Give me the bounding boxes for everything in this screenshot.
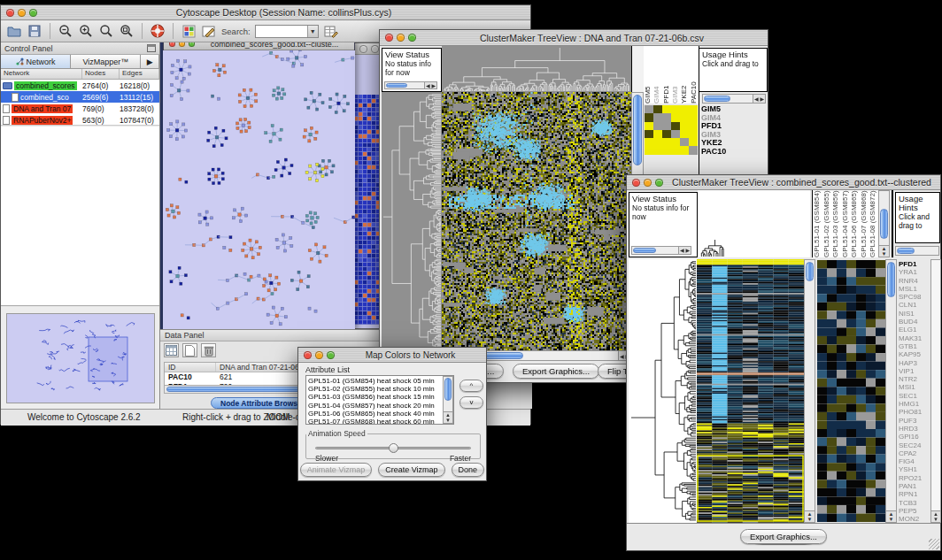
zoom-cell[interactable] (680, 122, 689, 130)
minimize-button[interactable] (18, 9, 26, 17)
vizmapper-icon[interactable] (181, 23, 197, 39)
close-button[interactable] (632, 179, 640, 187)
zoom-cell[interactable] (671, 138, 680, 146)
float-panel-icon[interactable] (147, 44, 156, 52)
zoom-icon[interactable] (189, 42, 195, 47)
search-dropdown-icon[interactable]: ▼ (307, 26, 318, 37)
save-icon[interactable] (27, 23, 42, 39)
attribute-item[interactable]: GPL51-04 (GSM857) heat shock 20 min (308, 402, 452, 410)
annotation-icon[interactable] (201, 23, 217, 39)
attribute-item[interactable]: GPL51-01 (GSM854) heat shock 05 min (308, 377, 452, 385)
zoom-cell[interactable] (645, 122, 653, 130)
global-heatmap[interactable] (697, 259, 804, 523)
help-lifering-icon[interactable] (150, 23, 166, 39)
delete-attribute-icon[interactable] (201, 343, 216, 357)
export-graphics-button[interactable]: Export Graphics... (740, 529, 827, 544)
zoom-cell[interactable] (662, 113, 671, 121)
dialog-titlebar[interactable]: Map Colors to Network (298, 348, 486, 363)
new-attribute-icon[interactable] (182, 343, 197, 357)
attribute-item[interactable]: GPL51-07 (GSM868) heat shock 60 min (308, 418, 452, 425)
network-row[interactable]: combined_sco2569(6)13112(15) (1, 91, 159, 103)
move-down-button[interactable]: v (459, 396, 483, 409)
slider-thumb[interactable] (389, 443, 398, 453)
minimize-button[interactable] (397, 34, 405, 42)
tab-network[interactable]: Network (1, 55, 71, 68)
zoom-cell[interactable] (653, 146, 662, 154)
zoom-cell[interactable] (653, 138, 662, 146)
export-graphics-button[interactable]: Export Graphics... (513, 364, 599, 379)
zoom-vscrollbar[interactable]: ▲▼ (885, 259, 897, 523)
zoom-cell[interactable] (653, 130, 662, 138)
zoom-cell[interactable] (680, 146, 689, 154)
zoom-heatmap-6x6[interactable] (645, 105, 698, 155)
network-canvas[interactable] (163, 50, 355, 329)
zoom-cell[interactable] (689, 130, 698, 138)
zoom-out-icon[interactable] (58, 23, 73, 39)
treeview2-titlebar[interactable]: ClusterMaker TreeView : combined_scores_… (627, 175, 940, 190)
attribute-list[interactable]: GPL51-01 (GSM854) heat shock 05 minGPL51… (305, 375, 454, 425)
network-overview-canvas[interactable] (6, 313, 155, 403)
zoom-button[interactable] (327, 351, 335, 359)
minimize-button[interactable] (644, 179, 652, 187)
network-row[interactable]: combined_scores2764(0)16218(0) (1, 80, 159, 91)
zoom-cell[interactable] (645, 113, 653, 121)
network-row[interactable]: RNAPuberNov2+563(0)107847(0) (1, 114, 159, 126)
zoom-button[interactable] (408, 34, 416, 42)
main-titlebar[interactable]: Cytoscape Desktop (Session Name: collins… (1, 5, 530, 20)
zoom-button[interactable] (29, 9, 37, 17)
zoom-cell[interactable] (653, 122, 662, 130)
column-header-id[interactable]: ID (165, 363, 216, 372)
zoom-cell[interactable] (653, 105, 662, 113)
network-view-titlebar[interactable]: combined_scores_good.txt--cluste... (164, 42, 354, 50)
zoom-cell[interactable] (680, 113, 689, 121)
row-dendrogram[interactable] (382, 92, 442, 350)
zoom-cell[interactable] (689, 146, 698, 154)
zoom-fit-icon[interactable] (119, 23, 135, 39)
zoom-heatmap[interactable] (817, 260, 885, 522)
zoom-cell[interactable] (671, 130, 680, 138)
close-button[interactable] (304, 351, 312, 359)
zoom-cell[interactable] (689, 138, 698, 146)
column-dendrogram[interactable] (698, 190, 810, 257)
attribute-list-scrollbar[interactable]: ▲▼ (443, 376, 453, 424)
create-vizmap-button[interactable]: Create Vizmap (378, 463, 444, 477)
label-vscrollbar[interactable]: ▲▼ (878, 190, 890, 257)
animation-speed-slider[interactable] (315, 447, 471, 449)
zoom-cell[interactable] (689, 122, 698, 130)
zoom-cell[interactable] (645, 130, 653, 138)
zoom-cell[interactable] (653, 113, 662, 121)
zoom-cell[interactable] (671, 122, 680, 130)
move-up-button[interactable]: ^ (459, 380, 483, 392)
minimize-icon[interactable] (179, 42, 185, 47)
zoom-cell[interactable] (662, 130, 671, 138)
zoom-cell[interactable] (680, 130, 689, 138)
heatmap-vscrollbar[interactable]: ▲▼ (804, 259, 815, 523)
attribute-item[interactable]: GPL51-06 (GSM865) heat shock 40 min (308, 410, 452, 418)
zoom-cell[interactable] (645, 146, 653, 154)
close-button[interactable] (385, 34, 393, 42)
resize-grip[interactable] (929, 539, 939, 549)
zoom-cell[interactable] (645, 105, 653, 113)
done-button[interactable]: Done (452, 463, 485, 477)
tab-vizmapper[interactable]: VizMapper™ (71, 55, 141, 68)
view-status-scrollbar[interactable]: ◀ ▶ (631, 246, 691, 255)
attribute-item[interactable]: GPL51-02 (GSM855) heat shock 10 min (308, 385, 452, 393)
zoom-selected-icon[interactable] (98, 23, 114, 39)
attribute-item[interactable]: GPL51-03 (GSM856) heat shock 15 min (308, 393, 452, 401)
zoom-cell[interactable] (671, 113, 680, 121)
close-button[interactable] (6, 9, 14, 17)
open-file-icon[interactable] (6, 23, 22, 39)
attribute-table-icon[interactable] (323, 23, 339, 39)
zoom-cell[interactable] (662, 146, 671, 154)
zoom-cell[interactable] (689, 105, 698, 113)
search-input[interactable]: ▼ (255, 25, 319, 38)
tab-overflow-arrow[interactable]: ▶ (141, 55, 159, 68)
animate-vizmap-button[interactable]: Animate Vizmap (300, 463, 372, 477)
close-icon[interactable] (169, 42, 175, 47)
zoom-cell[interactable] (689, 113, 698, 121)
zoom-cell[interactable] (662, 105, 671, 113)
zoom-cell[interactable] (680, 138, 689, 146)
usage-hscrollbar[interactable] (895, 246, 939, 256)
view-status-scrollbar[interactable]: ◀ ▶ (384, 81, 437, 89)
zoom-cell[interactable] (662, 122, 671, 130)
